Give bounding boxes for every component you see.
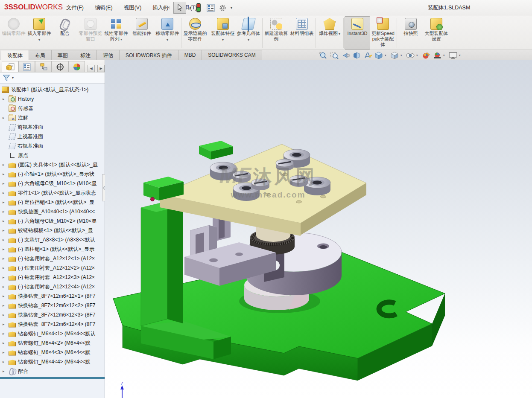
ribbon-button[interactable]: 编辑零部件 [1,16,26,49]
ribbon-button[interactable]: 智能扣件 [129,16,155,49]
tree-item[interactable]: ▸ 钻套螺钉_M6×4<1> (M6×4<<默认 [0,329,105,338]
command-tab[interactable]: 布局 [29,50,52,60]
tree-item-expand-arrow[interactable]: ▸ [3,172,9,176]
tree-item[interactable]: ▸ 上视基准面 [0,132,105,141]
tree-item[interactable]: ▸ 注解 [0,113,105,122]
tree-item[interactable]: ▸ (-) 钻套用衬套_A12×12<2> (A12× [0,263,105,273]
panel-tab-scroll-right[interactable]: ▶ [97,65,105,72]
view-orientation-icon[interactable] [374,51,384,60]
tree-item[interactable]: ▸ 快换钻套_8F7×12m6×12<4> (8F7 [0,320,105,329]
ribbon-button[interactable]: 材料明细表 [289,16,315,49]
zoom-fit-icon[interactable] [318,51,328,60]
tree-item[interactable]: ▸ History [0,94,105,104]
tree-item[interactable]: ▸ 钻套螺钉_M6×4<4> (M6×4<<默 [0,357,105,366]
graphics-viewport[interactable]: MF沐风网 www.mfcad.com Z [105,60,532,398]
zoom-area-icon[interactable] [329,51,339,60]
ribbon-button[interactable]: 拍快照 [398,16,424,49]
ribbon-button[interactable]: 插入零部件 [26,16,52,49]
tree-item[interactable]: ▸ (-) 支承钉_A8×8<1> (A8×8<<默认 [0,235,105,244]
tree-item[interactable]: ▸ 快换垫圈_A10×40<1> (A10×40<< [0,207,105,216]
tree-item[interactable]: ▸ 快换钻套_8F7×12m6×12<2> (8F7 [0,301,105,310]
command-tab[interactable]: 草图 [51,50,74,60]
menu-item[interactable]: 文件(F) [61,3,89,13]
tree-item-expand-arrow[interactable]: ▸ [3,247,9,251]
tree-item[interactable]: ▸ (-) 定位挡销<1> (默认<<默认>_显 [0,198,105,207]
tree-item[interactable]: ▸ 传感器 [0,104,105,113]
filter-caret[interactable]: ▾ [12,76,14,80]
ribbon-button[interactable]: 大型装配体设置 [424,16,449,49]
section-view-icon[interactable] [351,51,362,60]
tree-item-expand-arrow[interactable]: ▸ [3,331,9,336]
view-settings-caret[interactable]: ▾ [459,54,463,57]
display-style-icon[interactable] [389,51,400,60]
view-orientation-caret[interactable]: ▾ [385,54,389,57]
ribbon-button[interactable]: 移动零部件 [155,16,180,49]
command-tab[interactable]: 装配体 [1,50,29,60]
tree-item[interactable]: ▸ (-) 六角螺母C级_M10<2> (M10<显 [0,216,105,226]
tree-item-expand-arrow[interactable]: ▸ [3,303,9,308]
tree-item[interactable]: ▸ 右视基准面 [0,141,105,151]
tree-item-expand-arrow[interactable]: ▸ [3,116,9,120]
traffic-light-icon[interactable] [194,3,203,13]
ribbon-button[interactable]: 更新Speedpak子装配体 [370,16,396,49]
tree-item[interactable]: ▸ (-) 心轴<1> (默认<<默认>_显示状 [0,169,105,179]
apply-scene-icon[interactable] [432,51,442,60]
tree-item-expand-arrow[interactable]: ▸ [3,275,9,279]
tree-item[interactable]: ▸ (-) 圆柱销<1> (默认<<默认>_显示 [0,244,105,254]
annotation-visibility-icon[interactable] [362,51,373,60]
ribbon-button[interactable]: 装配体特征 [210,16,236,49]
menu-item[interactable]: 编辑(E) [89,3,118,13]
featuremanager-tab[interactable] [2,61,18,72]
tree-item-expand-arrow[interactable]: ▸ [3,219,9,223]
displaymanager-tab[interactable] [68,61,85,72]
ribbon-button[interactable]: 零部件预览窗口 [78,16,103,49]
ribbon-button[interactable]: 新建运动算例 [263,16,289,49]
tree-item[interactable]: ▸ 零件1<1> (默认<<默认>_显示状态 [0,188,105,198]
gear-caret[interactable]: ▾ [231,6,232,10]
tree-item[interactable]: ▸ (-) 六角螺母C级_M10<1> (M10<显 [0,179,105,188]
dimxpertmanager-tab[interactable] [52,61,68,72]
previous-view-icon[interactable] [340,51,351,60]
tree-item-expand-arrow[interactable]: ▸ [3,341,9,345]
ribbon-button[interactable]: 显示隐藏的零部件 [182,16,208,49]
view-settings-icon[interactable] [448,51,458,60]
tree-item[interactable]: ▸ 前视基准面 [0,122,105,132]
tree-item[interactable]: ▸ 原点 [0,151,105,160]
tree-item-expand-arrow[interactable]: ▸ [3,97,9,101]
report-icon[interactable] [206,3,215,13]
tree-item[interactable]: ▸ (-) 钻套用衬套_A12×12<4> (A12× [0,282,105,291]
tree-item[interactable]: ▸ 钻套螺钉_M6×4<2> (M6×4<<默 [0,338,105,348]
tree-item-expand-arrow[interactable]: ▸ [3,266,9,270]
select-cursor-icon[interactable] [173,2,186,14]
gear-icon[interactable] [218,3,227,13]
pin-icon[interactable] [161,3,171,13]
tree-item[interactable]: ▸ (-) 钻套用衬套_A12×12<3> (A12× [0,273,105,282]
tree-item-expand-arrow[interactable]: ▸ [3,322,9,326]
model-hinge-tab[interactable] [199,141,233,160]
command-tab[interactable]: MBD [178,50,202,60]
tree-item[interactable]: ▸ (-) 钻套用衬套_A12×12<1> (A12× [0,254,105,263]
tree-item[interactable]: ▸ 钻套螺钉_M6×4<3> (M6×4<<默 [0,348,105,357]
tree-item-expand-arrow[interactable]: ▸ [3,238,9,242]
tree-item[interactable]: ▸ 快换钻套_8F7×12m6×12<1> (8F7 [0,291,105,301]
panel-tab-scroll-left[interactable]: ◀ [88,65,95,72]
ribbon-button[interactable]: Instant3D [345,16,370,49]
tree-item-expand-arrow[interactable]: ▸ [3,256,9,261]
tree-item-expand-arrow[interactable]: ▸ [3,191,9,195]
tree-item[interactable]: ▸ 铰链钻模板<1> (默认<<默认>_显 [0,226,105,235]
propertymanager-tab[interactable] [18,61,35,72]
apply-scene-caret[interactable]: ▾ [443,54,447,57]
menu-item[interactable]: 视图(V) [118,3,147,13]
tree-item-expand-arrow[interactable]: ▸ [3,209,9,214]
tree-item-expand-arrow[interactable]: ▸ [3,360,9,364]
command-tab[interactable]: 评估 [96,50,120,60]
command-tab[interactable]: 标注 [74,50,97,60]
select-cursor-caret[interactable]: ▾ [190,6,191,10]
tree-item-expand-arrow[interactable]: ▸ [3,285,9,289]
tree-item-expand-arrow[interactable]: ▸ [3,313,9,317]
configurationmanager-tab[interactable] [35,61,52,72]
command-tab[interactable]: SOLIDWORKS CAM [202,50,262,60]
command-tab[interactable]: SOLIDWORKS 插件 [119,50,178,60]
hide-show-items-caret[interactable]: ▾ [416,54,420,57]
tree-item[interactable]: ▸ 装配体1 (默认<默认_显示状态-1>) [0,85,105,94]
